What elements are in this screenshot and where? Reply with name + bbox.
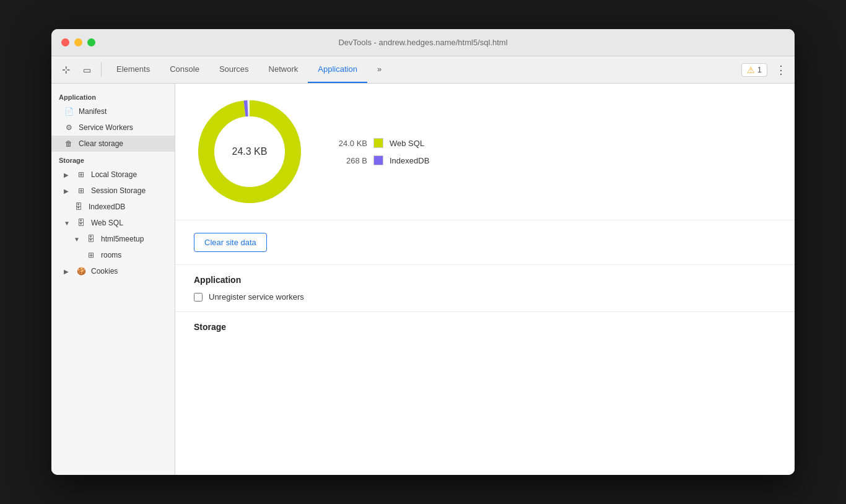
- clear-storage-icon: 🗑: [64, 139, 74, 149]
- inspect-element-button[interactable]: ⊹: [56, 61, 75, 79]
- content-panel: 24.3 KB 24.0 KB Web SQL 268 B IndexedDB: [175, 84, 795, 475]
- chart-legend: 24.0 KB Web SQL 268 B IndexedDB: [330, 138, 429, 165]
- sidebar-item-local-storage[interactable]: ▶ ⊞ Local Storage: [51, 167, 175, 183]
- indexeddb-label: IndexedDB: [89, 202, 125, 211]
- unregister-sw-label: Unregister service workers: [209, 292, 304, 302]
- maximize-button[interactable]: [87, 38, 95, 46]
- html5meetup-label: html5meetup: [101, 235, 144, 243]
- clear-storage-label: Clear storage: [79, 139, 123, 148]
- rooms-label: rooms: [101, 251, 121, 259]
- toolbar-right: ⚠ 1 ⋮: [741, 61, 790, 79]
- tab-more[interactable]: »: [367, 56, 391, 83]
- expand-web-sql-arrow: ▼: [64, 220, 71, 227]
- indexeddb-legend-label: IndexedDB: [390, 156, 429, 165]
- sidebar-item-session-storage[interactable]: ▶ ⊞ Session Storage: [51, 183, 175, 199]
- tab-console[interactable]: Console: [160, 56, 209, 83]
- service-workers-icon: ⚙: [64, 123, 74, 133]
- expand-local-storage-arrow: ▶: [64, 172, 71, 178]
- main-content: Application 📄 Manifest ⚙ Service Workers…: [51, 84, 795, 475]
- window-title: DevTools - andrew.hedges.name/html5/sql.…: [338, 38, 507, 47]
- sidebar-item-clear-storage[interactable]: 🗑 Clear storage: [51, 136, 175, 152]
- tab-elements[interactable]: Elements: [107, 56, 160, 83]
- expand-cookies-arrow: ▶: [64, 268, 71, 275]
- session-storage-label: Session Storage: [91, 186, 146, 195]
- web-sql-icon: 🗄: [76, 218, 86, 228]
- local-storage-label: Local Storage: [91, 170, 137, 179]
- legend-web-sql: 24.0 KB Web SQL: [330, 138, 429, 148]
- sidebar-item-web-sql[interactable]: ▼ 🗄 Web SQL: [51, 215, 175, 231]
- sidebar-item-cookies[interactable]: ▶ 🍪 Cookies: [51, 263, 175, 279]
- more-icon: ⋮: [775, 63, 787, 77]
- titlebar: DevTools - andrew.hedges.name/html5/sql.…: [51, 29, 795, 56]
- chart-area: 24.3 KB 24.0 KB Web SQL 268 B IndexedDB: [175, 84, 795, 220]
- tab-sources[interactable]: Sources: [209, 56, 259, 83]
- sidebar-item-indexeddb[interactable]: 🗄 IndexedDB: [51, 199, 175, 215]
- sidebar: Application 📄 Manifest ⚙ Service Workers…: [51, 84, 175, 475]
- session-storage-icon: ⊞: [76, 186, 86, 196]
- warning-badge[interactable]: ⚠ 1: [741, 63, 767, 77]
- tab-network[interactable]: Network: [259, 56, 308, 83]
- minimize-button[interactable]: [74, 38, 82, 46]
- manifest-label: Manifest: [79, 107, 107, 116]
- cookies-icon: 🍪: [76, 266, 86, 276]
- toolbar-separator: [101, 63, 102, 77]
- rooms-icon: ⊞: [86, 250, 96, 260]
- web-sql-legend-label: Web SQL: [390, 139, 424, 148]
- warning-icon: ⚠: [747, 65, 755, 75]
- toolbar: ⊹ ▭ Elements Console Sources Network App…: [51, 56, 795, 84]
- tab-bar: Elements Console Sources Network Applica…: [107, 56, 739, 83]
- donut-chart: 24.3 KB: [194, 96, 305, 207]
- cursor-icon: ⊹: [62, 64, 70, 76]
- sidebar-item-service-workers[interactable]: ⚙ Service Workers: [51, 119, 175, 136]
- html5meetup-icon: 🗄: [86, 234, 96, 244]
- tab-application[interactable]: Application: [308, 56, 367, 83]
- donut-center-text: 24.3 KB: [232, 146, 268, 157]
- cookies-label: Cookies: [91, 267, 118, 276]
- indexeddb-swatch: [373, 155, 383, 165]
- expand-html5meetup-arrow: ▼: [74, 236, 81, 243]
- application-section-title: Application: [194, 275, 776, 285]
- sidebar-item-html5meetup[interactable]: ▼ 🗄 html5meetup: [51, 231, 175, 247]
- storage-section: Storage: [175, 312, 795, 349]
- device-icon: ▭: [83, 65, 91, 75]
- clear-site-data-button[interactable]: Clear site data: [194, 233, 267, 252]
- indexeddb-value: 268 B: [330, 156, 367, 165]
- web-sql-label: Web SQL: [91, 219, 123, 227]
- device-toolbar-button[interactable]: ▭: [77, 61, 96, 79]
- service-workers-label: Service Workers: [79, 123, 133, 132]
- devtools-window: DevTools - andrew.hedges.name/html5/sql.…: [51, 29, 795, 475]
- application-section: Application Unregister service workers: [175, 265, 795, 312]
- clear-section: Clear site data: [175, 220, 795, 265]
- sidebar-item-rooms[interactable]: ⊞ rooms: [51, 247, 175, 263]
- sidebar-item-manifest[interactable]: 📄 Manifest: [51, 103, 175, 119]
- indexeddb-icon: 🗄: [74, 202, 84, 212]
- unregister-sw-checkbox[interactable]: [194, 293, 203, 302]
- unregister-sw-row: Unregister service workers: [194, 292, 776, 302]
- web-sql-swatch: [373, 138, 383, 148]
- more-menu-button[interactable]: ⋮: [772, 61, 790, 79]
- expand-session-storage-arrow: ▶: [64, 188, 71, 194]
- local-storage-icon: ⊞: [76, 170, 86, 180]
- warning-count: 1: [757, 65, 762, 74]
- manifest-icon: 📄: [64, 106, 74, 116]
- window-controls: [61, 38, 95, 46]
- storage-section-title: Storage: [194, 322, 776, 332]
- close-button[interactable]: [61, 38, 69, 46]
- legend-indexeddb: 268 B IndexedDB: [330, 155, 429, 165]
- web-sql-value: 24.0 KB: [330, 139, 367, 148]
- sidebar-storage-label: Storage: [51, 152, 175, 167]
- sidebar-application-label: Application: [51, 89, 175, 103]
